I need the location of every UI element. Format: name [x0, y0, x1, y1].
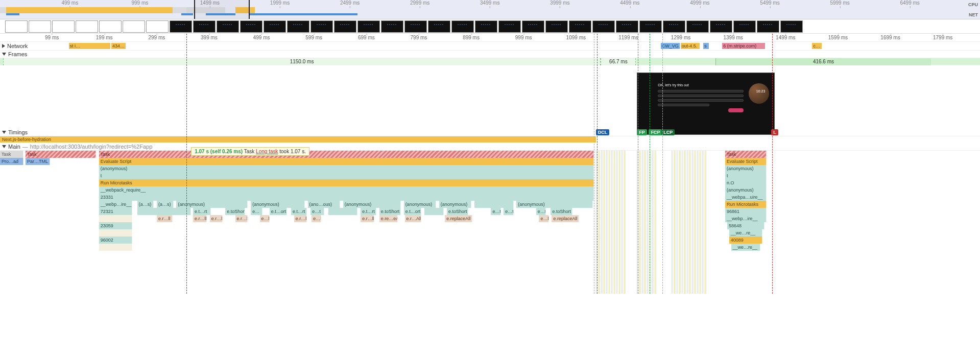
timing-badge-dcl[interactable]: DCL [596, 129, 610, 135]
frame-segment[interactable]: 1150.0 ms [3, 58, 601, 65]
filmstrip-frame[interactable] [569, 20, 591, 33]
filmstrip-frame[interactable] [193, 20, 216, 33]
flame-block[interactable]: Task [0, 151, 23, 158]
flame-block[interactable]: e…l [539, 215, 548, 222]
filmstrip-frame[interactable] [780, 20, 803, 33]
flame-block[interactable]: (anonymous) [725, 186, 767, 194]
filmstrip-frame[interactable] [287, 20, 309, 33]
filmstrip-frame[interactable] [686, 20, 709, 33]
flame-block[interactable]: e.replaceAll [445, 215, 472, 222]
timing-badge-l[interactable]: L [771, 129, 778, 135]
flame-block[interactable]: e.toShort [225, 208, 245, 215]
flame-block[interactable]: Run Microtasks [725, 201, 767, 208]
flame-block[interactable]: __webp…ire__ [725, 215, 767, 222]
flame-block[interactable]: e.t…ort [270, 208, 288, 215]
flame-chart[interactable]: TaskTaskTaskTaskPro…adPar…TMLEvaluate Sc… [0, 151, 980, 294]
filmstrip-frame[interactable] [29, 20, 51, 33]
flame-block[interactable]: n.O [725, 179, 767, 186]
nextjs-hydration-bar[interactable]: Next.js-before-hydration [0, 136, 596, 143]
filmstrip-frame[interactable] [616, 20, 638, 33]
flame-block[interactable]: e.r…ll [235, 215, 248, 222]
network-request[interactable]: 434… [111, 43, 126, 49]
flame-block[interactable]: Evaluate Script [99, 158, 594, 165]
filmstrip-frame[interactable] [733, 20, 756, 33]
filmstrip-frame[interactable] [451, 20, 474, 33]
flame-block[interactable]: 96861 [725, 208, 767, 215]
flame-block[interactable]: Task [99, 151, 594, 158]
flame-block[interactable]: 96002 [99, 236, 132, 244]
filmstrip-frame[interactable] [381, 20, 403, 33]
network-track-header[interactable]: Network st i…434…CW_VG.out-4.5.s6 (m.str… [0, 42, 980, 51]
filmstrip-frame[interactable] [357, 20, 380, 33]
flame-block[interactable]: __webpack_require__ [99, 186, 594, 194]
filmstrip-frame[interactable] [217, 20, 239, 33]
flame-block[interactable]: (a…s) [157, 201, 174, 208]
flame-block[interactable]: Par…TML [26, 158, 50, 165]
flame-block[interactable] [424, 208, 444, 215]
filmstrip-frame[interactable] [99, 20, 122, 33]
filmstrip-frame[interactable] [757, 20, 779, 33]
flame-block[interactable]: Run Microtasks [99, 179, 594, 186]
network-lane[interactable]: st i…434…CW_VG.out-4.5.s6 (m.stripe.com)… [31, 42, 978, 50]
timing-badge-lcp[interactable]: LCP [661, 129, 675, 135]
flame-block[interactable]: e…t [504, 208, 513, 215]
frame-segment[interactable]: 66.7 ms [601, 58, 636, 65]
flame-block[interactable]: e… [251, 208, 262, 215]
network-request[interactable]: out-4.5. [681, 43, 700, 49]
flame-block[interactable]: e…t [310, 208, 324, 215]
flame-block[interactable] [328, 208, 358, 215]
flame-block[interactable]: Task [725, 151, 767, 158]
filmstrip[interactable] [0, 19, 980, 34]
filmstrip-frame[interactable] [545, 20, 568, 33]
flame-block[interactable]: e.r…ll [193, 215, 207, 222]
flame-block[interactable]: e.replaceAll [552, 215, 579, 222]
frame-segment[interactable]: 416.6 ms [715, 58, 931, 65]
flame-block[interactable]: __webpa…uire__ [725, 194, 767, 201]
flame-block[interactable]: e.t…rt [193, 208, 211, 215]
flame-block[interactable]: e…l [260, 215, 270, 222]
flame-block[interactable] [99, 215, 132, 222]
filmstrip-frame[interactable] [404, 20, 427, 33]
flame-block[interactable]: e.r…ll [294, 215, 307, 222]
flame-block[interactable]: e…t [491, 208, 500, 215]
flame-block[interactable]: (anonymous) [439, 201, 471, 208]
flame-block[interactable]: 40089 [729, 236, 762, 244]
flame-block[interactable]: t [725, 172, 767, 179]
main-track-header[interactable]: Main — http://localhost:3003/auth/login?… [0, 143, 980, 151]
flame-block[interactable]: (anonymous) [251, 201, 305, 208]
flame-block[interactable]: t [99, 172, 594, 179]
frames-lane[interactable]: 1150.0 ms66.7 ms416.6 ms [0, 58, 980, 65]
filmstrip-frame[interactable] [52, 20, 75, 33]
filmstrip-frame[interactable] [522, 20, 544, 33]
flame-block[interactable]: 58648 [727, 222, 764, 229]
flame-block[interactable]: e.r…All [405, 215, 422, 222]
filmstrip-frame[interactable] [76, 20, 98, 33]
flame-block[interactable]: e…l [312, 215, 321, 222]
flame-block[interactable]: (anonymous) [404, 201, 436, 208]
filmstrip-frame[interactable] [5, 20, 28, 33]
flame-block[interactable]: e.t…ort [404, 208, 422, 215]
filmstrip-frame[interactable] [240, 20, 262, 33]
flame-block[interactable]: (anonymous) [176, 201, 248, 208]
flame-block[interactable]: e.r…ll [361, 215, 374, 222]
network-request[interactable]: s [703, 43, 709, 49]
flame-block[interactable]: e…t [536, 208, 546, 215]
filmstrip-frame[interactable] [146, 20, 169, 33]
flame-block[interactable]: e.r…ll [210, 215, 223, 222]
flame-block[interactable]: (ano…ous) [308, 201, 340, 208]
filmstrip-frame[interactable] [710, 20, 732, 33]
flame-block[interactable]: (anonymous) [99, 165, 594, 172]
flame-block[interactable]: 23331 [99, 194, 594, 201]
filmstrip-frame[interactable] [428, 20, 450, 33]
flame-block[interactable]: 23059 [99, 222, 132, 229]
timings-badges-lane[interactable]: DCLFPFCPLCPL [0, 129, 980, 136]
flame-block[interactable]: e.t…rt [291, 208, 307, 215]
filmstrip-frame[interactable] [639, 20, 662, 33]
filmstrip-frame[interactable] [310, 20, 333, 33]
flame-block[interactable]: e.toShort [447, 208, 468, 215]
flame-block[interactable]: e.re…eAll [379, 215, 398, 222]
flame-block[interactable]: (anonymous) [725, 165, 767, 172]
flame-block[interactable]: (anonymous) [343, 201, 401, 208]
flame-block[interactable]: Evaluate Script [725, 158, 767, 165]
flame-block[interactable] [99, 229, 132, 236]
